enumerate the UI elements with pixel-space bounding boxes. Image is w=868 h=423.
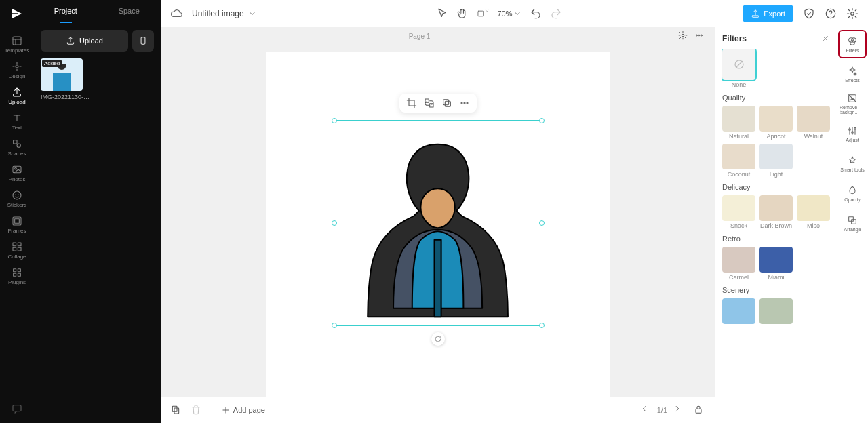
page-label: Page 1	[161, 33, 678, 40]
selected-image[interactable]	[334, 121, 542, 325]
resize-handle[interactable]	[539, 323, 545, 328]
chevron-down-icon	[248, 9, 256, 18]
filter-category: Scenery	[722, 286, 830, 294]
filter-apricot[interactable]: Apricot	[760, 106, 793, 140]
toolrail-remove-bg[interactable]: Remove backgr...	[840, 91, 865, 117]
rail-shapes[interactable]: Shapes	[0, 134, 34, 160]
app-logo[interactable]	[9, 5, 25, 22]
upload-from-phone-button[interactable]	[132, 30, 154, 52]
filter-category: Delicacy	[722, 183, 830, 191]
rail-photos[interactable]: Photos	[0, 160, 34, 186]
close-icon[interactable]	[821, 34, 830, 43]
canvas-column: Page 1	[161, 27, 715, 423]
cloud-sync-icon[interactable]	[170, 7, 182, 20]
filter-category: Retro	[722, 235, 830, 243]
select-tool[interactable]	[436, 7, 448, 20]
bottom-bar: | Add page 1/1	[161, 397, 715, 423]
crop-button[interactable]	[406, 98, 417, 108]
resize-handle[interactable]	[539, 220, 545, 226]
asset-filename: IMG-20221130-WA0...	[41, 94, 94, 100]
filters-panel: Filters None QualityNaturalApricotWalnut…	[715, 27, 837, 423]
toolrail-adjust[interactable]: Adjust	[840, 121, 865, 146]
rail-collage[interactable]: Collage	[0, 237, 34, 263]
filter-snack[interactable]: Snack	[722, 195, 755, 229]
toolrail-opacity[interactable]: Opacity	[840, 180, 865, 206]
replace-button[interactable]	[424, 98, 435, 108]
top-bar: Untitled image 70% Export	[161, 0, 868, 27]
filter-coconut[interactable]: Coconut	[722, 144, 755, 178]
canvas[interactable]	[161, 45, 715, 397]
main-column: Untitled image 70% Export Page 1	[161, 0, 868, 423]
export-button[interactable]: Export	[743, 5, 793, 22]
resize-menu[interactable]	[477, 7, 489, 20]
resize-handle[interactable]	[332, 220, 337, 226]
copy-button[interactable]	[441, 98, 452, 108]
rail-stickers[interactable]: Stickers	[0, 186, 34, 212]
filter-walnut[interactable]: Walnut	[797, 106, 830, 140]
uploaded-asset[interactable]: Added IMG-20221130-WA0...	[34, 58, 161, 100]
filter-item[interactable]	[722, 298, 755, 325]
duplicate-page-button[interactable]	[170, 404, 182, 416]
undo-button[interactable]	[530, 7, 542, 20]
filter-dark-brown[interactable]: Dark Brown	[760, 195, 793, 229]
toolrail-filters[interactable]: Filters	[840, 31, 865, 57]
delete-page-button[interactable]	[191, 404, 203, 416]
work-area: Page 1	[161, 27, 868, 423]
filter-item[interactable]	[760, 298, 793, 325]
svg-rect-42	[13, 405, 21, 411]
help-icon[interactable]	[825, 7, 837, 20]
toolrail-arrange[interactable]: Arrange	[840, 210, 865, 236]
rail-templates[interactable]: Templates	[0, 31, 34, 57]
page-indicator: 1/1	[657, 406, 667, 414]
upload-button[interactable]: Upload	[41, 30, 128, 52]
filter-carmel[interactable]: Carmel	[722, 247, 755, 281]
rail-frames[interactable]: Frames	[0, 212, 34, 237]
rail-plugins[interactable]: Plugins	[0, 263, 34, 289]
document-title[interactable]: Untitled image	[192, 9, 256, 18]
page-strip: Page 1	[161, 27, 715, 45]
rotate-handle[interactable]	[431, 332, 445, 346]
filter-miso[interactable]: Miso	[797, 195, 830, 229]
filters-title: Filters	[722, 34, 747, 43]
more-button[interactable]	[459, 98, 470, 108]
right-tool-rail: FiltersEffectsRemove backgr...AdjustSmar…	[837, 27, 868, 423]
hand-tool[interactable]	[456, 7, 469, 20]
resize-handle[interactable]	[332, 323, 337, 328]
left-rail: TemplatesDesignUploadTextShapesPhotosSti…	[0, 0, 34, 423]
tab-space[interactable]: Space	[98, 0, 161, 23]
lock-button[interactable]	[693, 404, 705, 416]
filter-natural[interactable]: Natural	[722, 106, 755, 140]
prev-page-button[interactable]	[639, 404, 652, 416]
sidebar-tabs: Project Space	[34, 0, 161, 23]
add-page-button[interactable]: Add page	[221, 405, 265, 415]
filter-category: Quality	[722, 94, 830, 102]
filter-none[interactable]: None	[722, 49, 755, 88]
filter-miami[interactable]: Miami	[760, 247, 793, 281]
project-sidebar: Project Space Upload Added IMG-20221130-…	[34, 0, 161, 423]
settings-icon[interactable]	[846, 7, 859, 20]
rail-text[interactable]: Text	[0, 108, 34, 134]
rail-design[interactable]: Design	[0, 57, 34, 83]
page-more-icon[interactable]	[694, 31, 707, 43]
asset-thumbnail[interactable]: Added	[41, 58, 83, 91]
redo-button[interactable]	[550, 7, 562, 20]
next-page-button[interactable]	[673, 404, 685, 416]
zoom-level[interactable]: 70%	[497, 9, 521, 18]
filter-light[interactable]: Light	[760, 144, 793, 178]
page-settings-icon[interactable]	[678, 31, 690, 43]
page[interactable]	[266, 52, 610, 397]
tab-project[interactable]: Project	[34, 0, 98, 23]
selection-box[interactable]	[334, 120, 542, 326]
resize-handle[interactable]	[332, 118, 337, 123]
feedback-icon[interactable]	[11, 403, 23, 415]
shield-icon[interactable]	[803, 7, 815, 20]
toolrail-effects[interactable]: Effects	[840, 61, 865, 87]
context-toolbar	[399, 94, 477, 113]
toolrail-smart[interactable]: Smart tools	[840, 150, 865, 176]
rail-upload[interactable]: Upload	[0, 83, 34, 108]
pager: 1/1	[639, 404, 685, 416]
asset-added-badge: Added	[42, 60, 62, 67]
resize-handle[interactable]	[539, 118, 545, 123]
